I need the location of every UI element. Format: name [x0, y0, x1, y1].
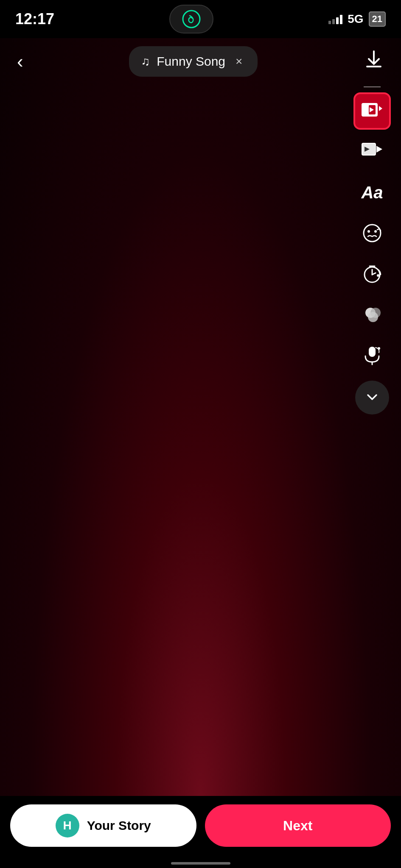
sticker-icon	[361, 141, 383, 163]
svg-point-11	[367, 230, 370, 233]
video-template-icon	[361, 100, 383, 122]
your-story-button[interactable]: H Your Story	[10, 804, 196, 847]
effects-button[interactable]	[353, 214, 391, 252]
home-indicator	[171, 862, 230, 865]
toolbar-divider	[364, 86, 381, 87]
status-time: 12:17	[15, 10, 54, 28]
text-button[interactable]: Aa	[353, 174, 391, 211]
battery-indicator: 21	[369, 11, 386, 27]
avatar: H	[56, 814, 79, 837]
status-right: 5G 21	[328, 11, 386, 27]
status-bar: 12:17 5G 21	[0, 0, 401, 38]
color-button[interactable]	[353, 296, 391, 333]
svg-point-17	[377, 274, 379, 277]
effects-icon	[361, 222, 383, 244]
music-title: Funny Song	[157, 54, 225, 69]
network-label: 5G	[348, 12, 363, 26]
bottom-bar: H Your Story Next	[0, 796, 401, 868]
music-close-button[interactable]: ×	[232, 53, 246, 70]
tiktok-logo-icon	[182, 10, 201, 28]
svg-point-20	[368, 312, 378, 322]
signal-bar-4	[340, 15, 342, 24]
video-template-button[interactable]	[353, 92, 391, 130]
signal-bar-2	[332, 19, 335, 24]
signal-bar-3	[336, 17, 339, 24]
svg-point-10	[364, 225, 381, 242]
chevron-down-icon	[365, 390, 380, 405]
next-label: Next	[283, 818, 312, 834]
timer-icon	[361, 263, 383, 285]
your-story-label: Your Story	[87, 818, 151, 833]
svg-point-12	[374, 230, 377, 233]
music-pill[interactable]: ♫ Funny Song ×	[129, 46, 258, 77]
svg-point-23	[378, 347, 380, 350]
color-icon	[361, 303, 383, 326]
next-button[interactable]: Next	[205, 804, 391, 847]
timer-button[interactable]	[353, 255, 391, 292]
svg-point-0	[183, 11, 200, 28]
svg-marker-7	[376, 146, 382, 153]
text-icon: Aa	[361, 183, 383, 202]
top-toolbar: ‹ ♫ Funny Song ×	[0, 38, 401, 85]
video-canvas	[0, 38, 401, 796]
more-tools-button[interactable]	[355, 381, 389, 415]
signal-bars	[328, 14, 342, 24]
voice-icon	[361, 344, 383, 366]
svg-rect-21	[369, 347, 376, 357]
back-button[interactable]: ‹	[13, 48, 28, 75]
download-button[interactable]	[359, 45, 388, 78]
sticker-button[interactable]	[353, 133, 391, 170]
music-note-icon: ♫	[141, 55, 150, 68]
download-icon	[364, 50, 384, 70]
status-center-pill	[169, 5, 213, 33]
svg-marker-2	[379, 106, 382, 111]
voice-button[interactable]	[353, 337, 391, 374]
right-toolbar: Aa	[353, 85, 391, 415]
signal-bar-1	[328, 21, 331, 24]
